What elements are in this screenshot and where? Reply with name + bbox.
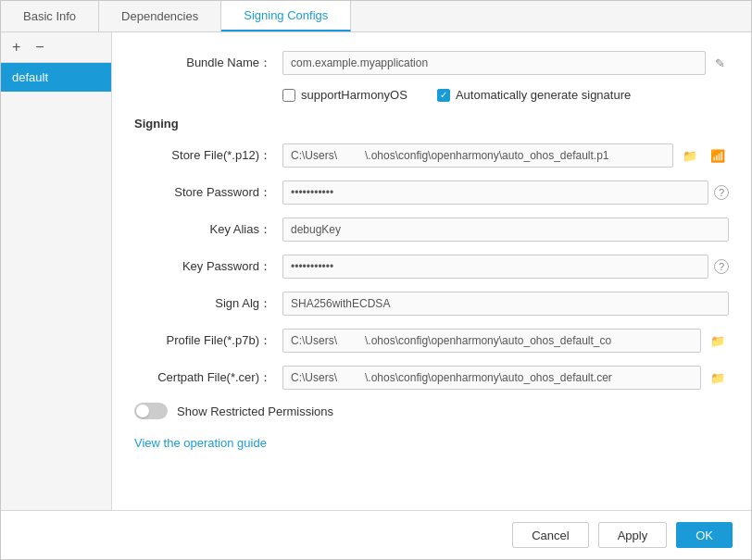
certpath-file-input-wrap: 📁	[282, 366, 729, 390]
sign-alg-label: Sign Alg：	[134, 295, 282, 312]
key-password-label: Key Password：	[134, 258, 282, 275]
add-config-button[interactable]: +	[8, 38, 24, 56]
key-alias-label: Key Alias：	[134, 221, 282, 238]
store-password-input-wrap: ?	[282, 180, 729, 205]
sign-alg-input-wrap	[282, 292, 729, 316]
restricted-permissions-toggle[interactable]	[134, 403, 168, 419]
edit-icon[interactable]: ✎	[711, 55, 729, 72]
profile-file-row: Profile File(*.p7b)： 📁	[134, 329, 729, 353]
store-file-label: Store File(*.p12)：	[134, 147, 282, 164]
key-alias-row: Key Alias：	[134, 218, 729, 242]
store-file-row: Store File(*.p12)： 📁 📶	[134, 143, 729, 168]
ok-button[interactable]: OK	[676, 522, 733, 548]
certpath-file-row: Certpath File(*.cer)： 📁	[134, 366, 729, 390]
operation-guide-link[interactable]: View the operation guide	[134, 436, 267, 450]
checkbox-harmony-item[interactable]: supportHarmonyOS	[282, 88, 407, 102]
tab-dependencies[interactable]: Dependencies	[99, 1, 221, 31]
profile-file-input-wrap: 📁	[282, 329, 729, 353]
sidebar: + − default	[1, 32, 112, 510]
dialog-footer: Cancel Apply OK	[1, 510, 751, 559]
dialog-body: + − default Bundle Name： ✎ support	[1, 32, 751, 510]
remove-config-button[interactable]: −	[31, 38, 47, 56]
apply-button[interactable]: Apply	[598, 522, 668, 548]
checkbox-auto-sig-label: Automatically generate signature	[456, 88, 631, 102]
sidebar-toolbar: + −	[1, 32, 111, 63]
signing-section-heading: Signing	[134, 117, 729, 131]
checkbox-harmony[interactable]	[282, 89, 295, 102]
folder-icon[interactable]: 📁	[679, 147, 701, 165]
store-password-help-icon[interactable]: ?	[714, 185, 729, 200]
checkbox-harmony-label: supportHarmonyOS	[301, 88, 407, 102]
key-password-help-icon[interactable]: ?	[714, 259, 729, 274]
sign-alg-row: Sign Alg：	[134, 292, 729, 316]
bundle-name-label: Bundle Name：	[134, 55, 282, 71]
tab-signing-configs[interactable]: Signing Configs	[221, 1, 351, 31]
certpath-file-input[interactable]	[282, 366, 701, 390]
checkbox-auto-sig-checked: ✓	[437, 89, 450, 102]
key-password-input-wrap: ?	[282, 255, 729, 279]
sidebar-item-default[interactable]: default	[1, 63, 111, 92]
key-password-row: Key Password： ?	[134, 255, 729, 279]
store-password-label: Store Password：	[134, 184, 282, 201]
dialog: Basic Info Dependencies Signing Configs …	[0, 0, 752, 560]
key-alias-input[interactable]	[282, 218, 729, 242]
profile-folder-icon[interactable]: 📁	[707, 332, 729, 350]
cancel-button[interactable]: Cancel	[512, 522, 588, 548]
key-alias-input-wrap	[282, 218, 729, 242]
restricted-permissions-label: Show Restricted Permissions	[177, 404, 333, 418]
checkboxes-row: supportHarmonyOS ✓ Automatically generat…	[282, 88, 729, 102]
store-password-row: Store Password： ?	[134, 180, 729, 205]
store-file-input-wrap: 📁 📶	[282, 143, 729, 168]
toggle-knob	[136, 404, 149, 417]
tab-basic-info[interactable]: Basic Info	[1, 1, 99, 31]
certpath-folder-icon[interactable]: 📁	[707, 369, 729, 387]
certpath-file-label: Certpath File(*.cer)：	[134, 369, 282, 386]
bundle-name-row: Bundle Name： ✎	[134, 51, 729, 75]
key-password-input[interactable]	[282, 255, 708, 279]
restricted-permissions-row: Show Restricted Permissions	[134, 403, 729, 419]
wifi-icon[interactable]: 📶	[707, 147, 729, 165]
tab-bar: Basic Info Dependencies Signing Configs	[1, 1, 751, 32]
store-file-input[interactable]	[282, 143, 673, 168]
main-content: Bundle Name： ✎ supportHarmonyOS ✓ Automa…	[112, 32, 751, 510]
profile-file-label: Profile File(*.p7b)：	[134, 332, 282, 349]
bundle-name-input-wrap: ✎	[282, 51, 729, 75]
sign-alg-input[interactable]	[282, 292, 729, 316]
bundle-name-input[interactable]	[282, 51, 706, 75]
store-password-input[interactable]	[282, 180, 708, 205]
profile-file-input[interactable]	[282, 329, 701, 353]
checkbox-auto-sig-item[interactable]: ✓ Automatically generate signature	[437, 88, 631, 102]
